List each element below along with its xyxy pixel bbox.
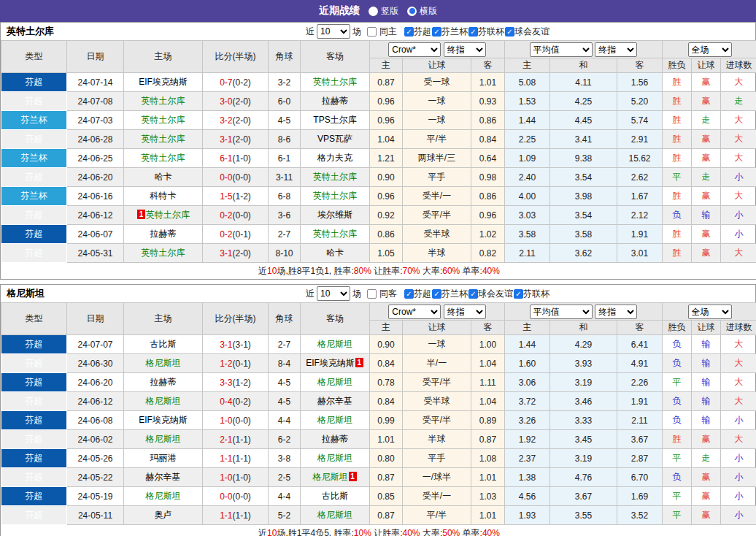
away-team-cell: 拉赫蒂 <box>301 92 370 111</box>
result-wdl: 负 <box>663 468 692 487</box>
odds-source-select[interactable]: Crow* <box>388 42 441 57</box>
away-team-link[interactable]: 古比斯 <box>322 491 348 501</box>
half-time-score: (1-2) <box>233 378 251 388</box>
corner-count: 6-2 <box>269 430 301 449</box>
away-team-link[interactable]: VPS瓦萨 <box>317 134 352 144</box>
final-odds-select-2[interactable]: 终指 <box>595 305 637 319</box>
home-team-link[interactable]: 奥卢 <box>155 510 172 520</box>
odds-source-select[interactable]: Crow* <box>388 305 441 319</box>
away-team-link[interactable]: 格力夫克 <box>317 153 352 163</box>
league-filter-checkbox[interactable]: ✓ <box>404 27 414 37</box>
away-team-link[interactable]: 英特土尔库 <box>313 172 357 182</box>
away-team-link[interactable]: 哈卡 <box>326 248 344 258</box>
radio-icon-horizontal[interactable] <box>407 7 417 16</box>
home-team-link[interactable]: 玛丽港 <box>150 453 177 463</box>
home-team-link[interactable]: 科特卡 <box>150 191 177 201</box>
full-time-score: 1-2 <box>220 359 232 369</box>
home-team-link[interactable]: EIF埃克纳斯 <box>139 77 188 87</box>
away-team-link[interactable]: 英特土尔库 <box>313 77 357 87</box>
radio-icon-vertical[interactable] <box>369 7 378 16</box>
odds-handicap: 受半/一 <box>403 187 471 206</box>
layout-option-horizontal[interactable]: 横版 <box>407 5 437 18</box>
home-team-link[interactable]: 格尼斯坦 <box>146 434 181 444</box>
home-team-link[interactable]: EIF埃克纳斯 <box>139 415 188 425</box>
home-team-link[interactable]: 拉赫蒂 <box>150 377 177 387</box>
home-team-cell: 赫尔辛基 <box>124 468 203 487</box>
away-team-link[interactable]: 格尼斯坦 <box>317 453 352 463</box>
home-team-link[interactable]: 英特土尔库 <box>142 248 185 258</box>
away-team-link[interactable]: EIF埃克纳斯 <box>306 358 355 368</box>
full-match-select[interactable]: 全场 <box>688 305 732 319</box>
home-team-link[interactable]: 英特土尔库 <box>142 115 185 125</box>
col-header-score: 比分(半场) <box>203 41 269 73</box>
final-odds-select[interactable]: 终指 <box>444 42 486 57</box>
match-row: 芬超24-07-07古比斯3-1(3-1)2-7格尼斯坦0.90一球1.001.… <box>1 335 756 354</box>
away-team-link[interactable]: 拉赫蒂 <box>322 96 348 106</box>
final-odds-select[interactable]: 终指 <box>444 305 486 319</box>
away-team-link[interactable]: 格尼斯坦 <box>317 510 352 520</box>
home-team-link[interactable]: 英特土尔库 <box>142 134 185 144</box>
league-filter-checkbox[interactable]: ✓ <box>514 289 523 299</box>
home-team-link[interactable]: 赫尔辛基 <box>146 472 181 482</box>
final-odds-select-2[interactable]: 终指 <box>595 42 637 57</box>
home-team-link[interactable]: 格尼斯坦 <box>146 396 181 406</box>
score-cell: 3-2(2-0) <box>203 111 269 130</box>
away-team-link[interactable]: 英特土尔库 <box>313 229 357 239</box>
recent-count-select[interactable]: 10 <box>317 24 350 39</box>
away-team-link[interactable]: 格尼斯坦 <box>317 377 352 387</box>
match-date: 24-06-02 <box>67 430 124 449</box>
page-title: 近期战绩 <box>319 4 360 18</box>
home-team-link[interactable]: 英特土尔库 <box>142 96 185 106</box>
away-team-link[interactable]: 英特土尔库 <box>313 191 357 201</box>
home-team-link[interactable]: 英特土尔库 <box>142 153 185 163</box>
full-match-select[interactable]: 全场 <box>688 42 732 57</box>
home-team-link[interactable]: 格尼斯坦 <box>146 358 181 368</box>
league-filter-checkbox[interactable]: ✓ <box>468 289 478 299</box>
away-team-link[interactable]: TPS土尔库 <box>313 115 356 125</box>
full-time-score: 6-1 <box>220 153 232 164</box>
average-select[interactable]: 平均值 <box>530 42 593 57</box>
avg-away: 2.62 <box>617 168 663 187</box>
away-team-link[interactable]: 格尼斯坦 <box>313 472 348 482</box>
full-time-score: 1-0 <box>220 416 232 426</box>
away-team-link[interactable]: 埃尔维斯 <box>317 210 352 220</box>
match-date: 24-06-12 <box>67 392 124 411</box>
same-venue-checkbox[interactable] <box>367 289 377 299</box>
odds-handicap: 受半球 <box>403 392 471 411</box>
away-team-link[interactable]: 格尼斯坦 <box>317 415 352 425</box>
away-team-link[interactable]: 赫尔辛基 <box>317 396 352 406</box>
result-handicap: 走 <box>692 111 721 130</box>
league-filter-checkbox[interactable]: ✓ <box>432 27 441 37</box>
result-goals: 大 <box>721 335 756 354</box>
recent-count-select[interactable]: 10 <box>317 286 350 301</box>
average-select[interactable]: 平均值 <box>530 305 593 319</box>
odds-home: 0.96 <box>370 111 403 130</box>
summary-segment: 让胜率: <box>371 266 403 276</box>
league-filter-checkbox[interactable]: ✓ <box>505 27 514 37</box>
league-filter-checkbox[interactable]: ✓ <box>432 289 441 299</box>
match-row: 芬兰杯24-07-03英特土尔库3-2(2-0)4-5TPS土尔库0.96一球0… <box>1 111 756 130</box>
league-filter-checkbox[interactable]: ✓ <box>468 27 478 37</box>
home-team-link[interactable]: 拉赫蒂 <box>150 229 177 239</box>
away-team-cell: 格尼斯坦 <box>301 449 370 468</box>
result-goals: 小 <box>721 206 756 225</box>
away-team-link[interactable]: 拉赫蒂 <box>322 434 348 444</box>
league-filter-checkbox[interactable]: ✓ <box>404 289 414 299</box>
home-team-link[interactable]: 古比斯 <box>150 339 177 349</box>
odds-home: 0.84 <box>370 354 403 373</box>
home-team-link[interactable]: 英特土尔库 <box>146 210 190 220</box>
away-team-link[interactable]: 格尼斯坦 <box>317 339 352 349</box>
half-time-score: (0-0) <box>233 172 251 183</box>
away-team-cell: 格力夫克 <box>301 149 370 168</box>
full-match-select-cell: 全场 <box>663 41 756 58</box>
home-team-link[interactable]: 格尼斯坦 <box>146 491 181 501</box>
same-venue-checkbox[interactable] <box>367 27 377 37</box>
layout-option-vertical[interactable]: 竖版 <box>369 5 398 18</box>
home-team-link[interactable]: 哈卡 <box>155 172 172 182</box>
summary-segment: 40% <box>482 528 500 536</box>
away-team-cell: 格尼斯坦 <box>301 335 370 354</box>
corner-count: 3-6 <box>269 206 301 225</box>
avg-draw: 3.58 <box>550 225 617 244</box>
league-badge: 芬超 <box>1 130 67 149</box>
odds-handicap: 受半球 <box>403 225 471 244</box>
